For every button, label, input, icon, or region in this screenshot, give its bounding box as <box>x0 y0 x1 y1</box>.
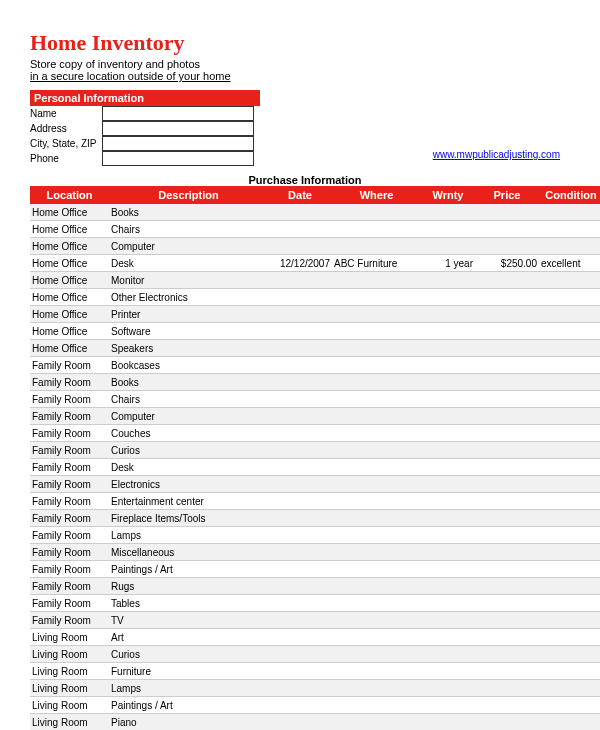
cell-condition[interactable] <box>539 204 600 221</box>
cell-where[interactable] <box>332 663 421 680</box>
cell-date[interactable] <box>268 544 332 561</box>
cell-location[interactable]: Family Room <box>30 374 109 391</box>
cell-condition[interactable] <box>539 578 600 595</box>
cell-price[interactable] <box>475 391 539 408</box>
cell-condition[interactable] <box>539 459 600 476</box>
cell-price[interactable] <box>475 238 539 255</box>
cell-date[interactable] <box>268 646 332 663</box>
cell-description[interactable]: Fireplace Items/Tools <box>109 510 268 527</box>
cell-wrnty[interactable] <box>421 578 475 595</box>
cell-description[interactable]: Speakers <box>109 340 268 357</box>
cell-location[interactable]: Family Room <box>30 527 109 544</box>
cell-location[interactable]: Family Room <box>30 561 109 578</box>
cell-description[interactable]: TV <box>109 612 268 629</box>
cell-wrnty[interactable] <box>421 289 475 306</box>
cell-price[interactable] <box>475 510 539 527</box>
personal-field-input[interactable] <box>102 151 254 166</box>
cell-condition[interactable] <box>539 663 600 680</box>
cell-condition[interactable] <box>539 408 600 425</box>
cell-price[interactable] <box>475 272 539 289</box>
cell-date[interactable] <box>268 697 332 714</box>
cell-wrnty[interactable] <box>421 391 475 408</box>
cell-description[interactable]: Desk <box>109 459 268 476</box>
cell-description[interactable]: Books <box>109 204 268 221</box>
cell-description[interactable]: Printer <box>109 306 268 323</box>
cell-where[interactable] <box>332 340 421 357</box>
cell-location[interactable]: Home Office <box>30 289 109 306</box>
cell-condition[interactable] <box>539 442 600 459</box>
cell-date[interactable] <box>268 612 332 629</box>
cell-where[interactable] <box>332 425 421 442</box>
cell-wrnty[interactable] <box>421 374 475 391</box>
cell-date[interactable] <box>268 238 332 255</box>
cell-location[interactable]: Family Room <box>30 442 109 459</box>
cell-price[interactable] <box>475 289 539 306</box>
cell-where[interactable] <box>332 306 421 323</box>
cell-condition[interactable] <box>539 323 600 340</box>
cell-description[interactable]: Desk <box>109 255 268 272</box>
cell-location[interactable]: Home Office <box>30 255 109 272</box>
cell-location[interactable]: Family Room <box>30 544 109 561</box>
cell-wrnty[interactable] <box>421 306 475 323</box>
cell-date[interactable] <box>268 272 332 289</box>
cell-description[interactable]: Computer <box>109 408 268 425</box>
cell-where[interactable] <box>332 323 421 340</box>
cell-price[interactable] <box>475 680 539 697</box>
cell-location[interactable]: Home Office <box>30 323 109 340</box>
cell-location[interactable]: Family Room <box>30 493 109 510</box>
cell-date[interactable] <box>268 578 332 595</box>
cell-price[interactable] <box>475 561 539 578</box>
cell-location[interactable]: Family Room <box>30 357 109 374</box>
cell-wrnty[interactable] <box>421 408 475 425</box>
cell-description[interactable]: Furniture <box>109 663 268 680</box>
cell-location[interactable]: Home Office <box>30 340 109 357</box>
cell-date[interactable] <box>268 391 332 408</box>
cell-condition[interactable] <box>539 238 600 255</box>
cell-condition[interactable] <box>539 527 600 544</box>
cell-wrnty[interactable] <box>421 595 475 612</box>
cell-wrnty[interactable] <box>421 612 475 629</box>
cell-where[interactable] <box>332 578 421 595</box>
cell-wrnty[interactable] <box>421 493 475 510</box>
cell-location[interactable]: Home Office <box>30 238 109 255</box>
cell-condition[interactable] <box>539 714 600 731</box>
cell-price[interactable] <box>475 476 539 493</box>
cell-location[interactable]: Home Office <box>30 221 109 238</box>
cell-where[interactable] <box>332 221 421 238</box>
cell-location[interactable]: Family Room <box>30 459 109 476</box>
cell-wrnty[interactable]: 1 year <box>421 255 475 272</box>
cell-location[interactable]: Home Office <box>30 204 109 221</box>
cell-date[interactable] <box>268 629 332 646</box>
cell-location[interactable]: Family Room <box>30 578 109 595</box>
cell-wrnty[interactable] <box>421 629 475 646</box>
cell-price[interactable] <box>475 459 539 476</box>
cell-wrnty[interactable] <box>421 510 475 527</box>
cell-description[interactable]: Other Electronics <box>109 289 268 306</box>
cell-condition[interactable] <box>539 374 600 391</box>
cell-date[interactable]: 12/12/2007 <box>268 255 332 272</box>
personal-field-input[interactable] <box>102 106 254 121</box>
cell-price[interactable] <box>475 527 539 544</box>
cell-date[interactable] <box>268 408 332 425</box>
cell-date[interactable] <box>268 374 332 391</box>
cell-where[interactable] <box>332 238 421 255</box>
cell-description[interactable]: Curios <box>109 646 268 663</box>
cell-date[interactable] <box>268 527 332 544</box>
cell-wrnty[interactable] <box>421 323 475 340</box>
cell-condition[interactable] <box>539 391 600 408</box>
cell-description[interactable]: Curios <box>109 442 268 459</box>
cell-description[interactable]: Piano <box>109 714 268 731</box>
cell-price[interactable] <box>475 544 539 561</box>
cell-date[interactable] <box>268 459 332 476</box>
cell-description[interactable]: Lamps <box>109 680 268 697</box>
cell-description[interactable]: Art <box>109 629 268 646</box>
cell-condition[interactable] <box>539 476 600 493</box>
cell-wrnty[interactable] <box>421 238 475 255</box>
cell-where[interactable] <box>332 408 421 425</box>
cell-date[interactable] <box>268 663 332 680</box>
cell-date[interactable] <box>268 425 332 442</box>
cell-description[interactable]: Tables <box>109 595 268 612</box>
cell-wrnty[interactable] <box>421 357 475 374</box>
cell-price[interactable] <box>475 578 539 595</box>
cell-date[interactable] <box>268 204 332 221</box>
